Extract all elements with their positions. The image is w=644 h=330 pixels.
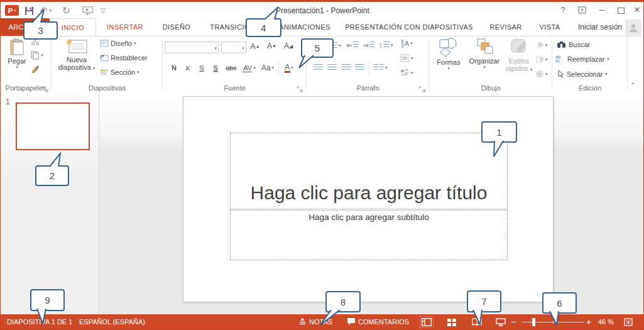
paste-label: Pegar xyxy=(4,57,30,65)
group-diapositivas: Nueva diapositiva ▾ Diseño▾ Restablecer … xyxy=(52,36,162,94)
replace-button[interactable]: abac Reemplazar▾ xyxy=(555,55,609,63)
subtitle-placeholder[interactable]: Haga clic para agregar subtítulo xyxy=(230,210,508,260)
fit-slide-to-window-button[interactable] xyxy=(624,318,633,326)
redo-button[interactable]: ↻ xyxy=(62,4,70,17)
align-text-button[interactable]: ▾ xyxy=(400,54,413,62)
window-title: Presentación1 - PowerPoint xyxy=(276,6,369,15)
normal-view-button[interactable] xyxy=(422,318,432,326)
bold-button[interactable]: N xyxy=(167,61,181,75)
shapes-label: Formas xyxy=(432,58,465,66)
justify-button[interactable] xyxy=(352,61,366,75)
find-button[interactable]: Buscar xyxy=(557,41,590,48)
quick-styles-label-1: Estilos xyxy=(504,57,534,65)
comments-button[interactable]: COMENTARIOS xyxy=(358,314,409,329)
zoom-out-button[interactable]: − xyxy=(511,314,516,329)
customize-qat-button[interactable] xyxy=(100,4,106,17)
start-slideshow-button[interactable] xyxy=(82,4,93,17)
shapes-button[interactable]: Formas ▾ xyxy=(432,37,465,71)
help-icon: ? xyxy=(560,5,565,14)
arrange-button[interactable]: Organizar ▾ xyxy=(466,37,503,70)
align-center-icon xyxy=(327,64,337,72)
increase-font-arrow-icon: ▲ xyxy=(256,44,260,48)
zoom-slider-handle[interactable] xyxy=(532,318,535,326)
tab-revisar[interactable]: REVISAR xyxy=(483,18,528,36)
character-spacing-button[interactable]: AV▾ xyxy=(240,61,259,75)
slideshow-view-button[interactable] xyxy=(496,318,506,326)
tab-vista[interactable]: VISTA xyxy=(531,18,569,36)
minimize-button[interactable]: ─ xyxy=(594,4,610,16)
text-shadow-button[interactable]: S xyxy=(209,61,222,75)
change-case-button[interactable]: Aa▾ xyxy=(259,61,276,75)
reset-slide-button[interactable]: Restablecer xyxy=(100,54,148,62)
shape-outline-button[interactable]: ▾ xyxy=(535,55,548,63)
strikethrough-button[interactable]: abc xyxy=(222,61,240,75)
font-name-caret-icon: ▾ xyxy=(214,46,217,51)
increase-indent-button[interactable]: ⇒ xyxy=(363,41,374,50)
notes-icon[interactable] xyxy=(298,317,307,326)
language-indicator[interactable]: ESPAÑOL (ESPAÑA) xyxy=(79,314,145,329)
tab-animaciones[interactable]: ANIMACIONES xyxy=(275,18,335,36)
tab-presentacion-con-diapositivas[interactable]: PRESENTACIÓN CON DIAPOSITIVAS xyxy=(336,18,482,36)
slide-layout-button[interactable]: Diseño▾ xyxy=(100,40,136,47)
underline-button[interactable]: S xyxy=(195,61,209,75)
title-bar: P≡ ↶▾ ↻ Presentación1 - PowerPoint ? ─ ✕ xyxy=(1,1,643,18)
line-spacing-button[interactable]: ↕▾ xyxy=(379,41,393,50)
decrease-font-button[interactable]: A▼ xyxy=(267,41,276,50)
convert-smartart-button[interactable]: ▾ xyxy=(400,69,413,77)
align-center-button[interactable] xyxy=(325,61,339,75)
shape-fill-button[interactable]: ▾ xyxy=(535,41,548,49)
collapse-ribbon-button[interactable]: ⌃ xyxy=(630,82,635,89)
editing-group-label: Edición xyxy=(553,84,627,92)
maximize-button[interactable] xyxy=(613,4,629,16)
font-size-combo[interactable]: ▾ xyxy=(221,41,246,53)
slide-sorter-button[interactable] xyxy=(447,318,456,326)
help-button[interactable]: ? xyxy=(555,4,571,16)
title-placeholder-text: Haga clic para agregar título xyxy=(231,182,507,204)
section-icon xyxy=(100,69,109,76)
shape-effects-caret-icon: ▾ xyxy=(545,72,548,77)
callout-5-tail xyxy=(297,54,316,69)
user-icon xyxy=(628,23,638,33)
columns-button[interactable]: ▾ xyxy=(372,61,390,75)
copy-icon xyxy=(31,51,40,60)
zoom-level[interactable]: 46 % xyxy=(598,314,614,329)
text-direction-button[interactable]: ║A▾ xyxy=(400,40,413,47)
title-placeholder[interactable]: Haga clic para agregar título xyxy=(230,133,508,209)
paste-button[interactable]: Pegar ▾ xyxy=(4,38,30,70)
slide-thumbnail[interactable] xyxy=(16,102,90,150)
clear-formatting-button[interactable]: A◢ xyxy=(284,41,293,50)
powerpoint-logo-icon[interactable]: P≡ xyxy=(5,5,19,16)
group-portapapeles: Pegar ▾ ▾ Portapapeles xyxy=(1,36,51,94)
logo-letter: P xyxy=(8,7,13,14)
quick-styles-button[interactable]: Estilos rápidos ▾ xyxy=(504,37,534,72)
sign-in-button[interactable]: Iniciar sesión xyxy=(578,18,622,36)
find-icon xyxy=(557,41,566,48)
arrange-label: Organizar xyxy=(466,57,503,65)
close-icon: ✕ xyxy=(634,5,641,14)
clipboard-group-label: Portapapeles xyxy=(1,84,51,92)
italic-button[interactable]: K xyxy=(181,61,195,75)
user-avatar[interactable] xyxy=(625,19,641,35)
comments-icon[interactable] xyxy=(347,317,356,326)
zoom-in-button[interactable]: + xyxy=(586,314,591,329)
tab-insertar[interactable]: INSERTAR xyxy=(100,18,150,36)
select-button[interactable]: Seleccionar▾ xyxy=(557,70,608,78)
new-slide-button[interactable]: Nueva diapositiva ▾ xyxy=(57,38,96,71)
decrease-indent-button[interactable]: ⇐ xyxy=(346,41,358,50)
section-button[interactable]: Sección▾ xyxy=(100,69,139,76)
font-name-combo[interactable]: ▾ xyxy=(165,41,219,53)
text-direction-icon: ║A xyxy=(400,40,408,47)
close-button[interactable]: ✕ xyxy=(629,4,644,16)
shape-effects-button[interactable]: ▾ xyxy=(535,70,548,78)
ribbon-display-options-button[interactable] xyxy=(574,4,590,16)
copy-button[interactable]: ▾ xyxy=(31,51,43,60)
increase-font-button[interactable]: A▲ xyxy=(250,41,260,51)
group-dibujo: Formas ▾ Organizar ▾ Estilos rápidos ▾ ▾… xyxy=(430,36,552,94)
font-group-label: Fuente xyxy=(163,84,306,92)
tab-diseno[interactable]: DISEÑO xyxy=(154,18,199,36)
align-right-button[interactable] xyxy=(339,61,352,75)
align-text-caret-icon: ▾ xyxy=(411,56,413,61)
format-painter-button[interactable] xyxy=(31,65,40,74)
font-color-button[interactable]: A▾ xyxy=(281,61,297,75)
slide-thumbnail-pane: 1 xyxy=(1,94,99,314)
